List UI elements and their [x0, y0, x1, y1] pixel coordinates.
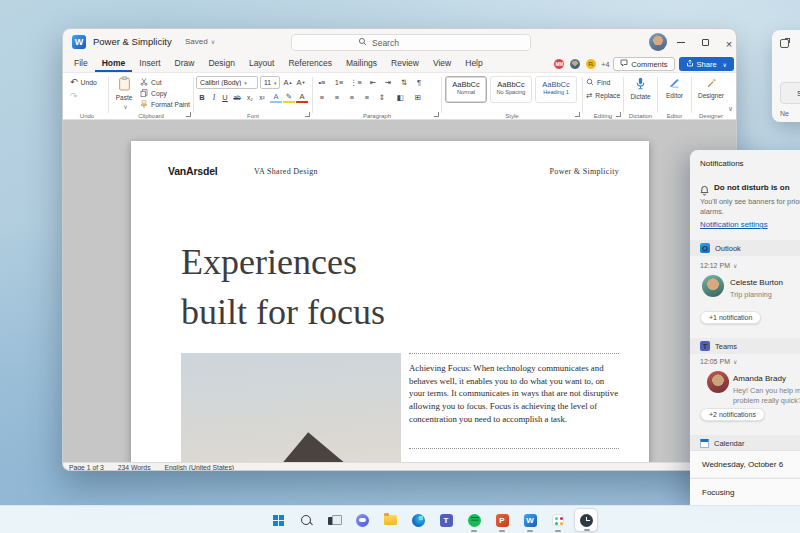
shading-icon[interactable]: ◧: [394, 91, 406, 103]
share-button[interactable]: Share: [679, 57, 734, 71]
outlook-group-header[interactable]: Outlook: [690, 240, 800, 256]
style-no-spacing[interactable]: AaBbCc No Spacing: [490, 76, 532, 103]
redo-button[interactable]: [70, 91, 78, 101]
maximize-button[interactable]: [693, 29, 717, 56]
user-avatar[interactable]: [649, 33, 667, 51]
bullet-list-icon[interactable]: •≡: [316, 76, 328, 88]
align-center-icon[interactable]: ≡: [331, 91, 343, 103]
paste-button[interactable]: Paste: [112, 76, 136, 110]
tab-file[interactable]: File: [67, 56, 95, 72]
font-size-select[interactable]: 11: [260, 76, 280, 89]
sender-name[interactable]: Celeste Burton: [730, 278, 783, 287]
widget-start-button[interactable]: S: [780, 82, 800, 104]
line-spacing-icon[interactable]: ⇕: [376, 91, 388, 103]
teams-taskbar-icon[interactable]: [434, 508, 458, 532]
message-preview[interactable]: Hey! Can you help me with a problem real…: [733, 386, 800, 406]
tab-draw[interactable]: Draw: [168, 56, 202, 72]
spotify-icon[interactable]: [462, 508, 486, 532]
presence-badge-fl[interactable]: FL: [585, 58, 597, 70]
undo-button[interactable]: Undo: [70, 77, 97, 87]
font-color-button[interactable]: A: [296, 91, 308, 103]
word-taskbar-icon[interactable]: [518, 508, 542, 532]
subscript-button[interactable]: x₂: [244, 91, 256, 103]
language-indicator[interactable]: English (United States): [165, 464, 235, 471]
tab-mailings[interactable]: Mailings: [339, 56, 384, 72]
edge-icon[interactable]: [406, 508, 430, 532]
find-button[interactable]: Find: [586, 78, 610, 87]
highlight-button[interactable]: ✎: [283, 91, 295, 103]
editor-button[interactable]: Editor: [659, 77, 690, 99]
more-notifications-pill[interactable]: +2 notifications: [700, 408, 765, 421]
underline-button[interactable]: U: [219, 91, 231, 103]
bold-button[interactable]: B: [196, 91, 208, 103]
message-preview[interactable]: Trip planning: [730, 290, 772, 300]
tab-home[interactable]: Home: [95, 56, 133, 72]
page-indicator[interactable]: Page 1 of 3: [69, 464, 104, 471]
notification-time[interactable]: 12:12 PM: [700, 262, 737, 269]
slack-icon[interactable]: [546, 508, 570, 532]
calendar-date-row[interactable]: Wednesday, October 6: [690, 450, 800, 477]
dictate-button[interactable]: Dictate: [625, 77, 656, 100]
increase-indent-icon[interactable]: ⇥: [382, 76, 394, 88]
notification-time[interactable]: 12:05 PM: [700, 358, 737, 365]
document-page[interactable]: VanArsdel VA Shared Design Power & Simpl…: [131, 141, 649, 462]
windows-start-icon[interactable]: [266, 508, 290, 532]
superscript-button[interactable]: x²: [256, 91, 268, 103]
powerpoint-icon[interactable]: [490, 508, 514, 532]
style-normal[interactable]: AaBbCc Normal: [445, 76, 487, 103]
grow-font-button[interactable]: A▲: [282, 76, 294, 88]
clock-focus-icon[interactable]: [574, 508, 598, 532]
search-box[interactable]: Search: [291, 34, 531, 51]
sort-icon[interactable]: ⇅: [398, 76, 410, 88]
presence-overflow[interactable]: +4: [601, 61, 609, 68]
saved-status[interactable]: Saved: [185, 37, 215, 46]
dialog-launcher-icon[interactable]: [575, 112, 580, 117]
dialog-launcher-icon[interactable]: [616, 112, 621, 117]
multilevel-list-icon[interactable]: ⋮≡: [350, 76, 362, 88]
sender-name[interactable]: Amanda Brady: [733, 374, 786, 383]
word-count[interactable]: 234 Words: [118, 464, 151, 471]
presence-badge-photo[interactable]: [569, 58, 581, 70]
strikethrough-button[interactable]: ab: [231, 91, 243, 103]
tab-references[interactable]: References: [281, 56, 338, 72]
tab-help[interactable]: Help: [458, 56, 489, 72]
tab-design[interactable]: Design: [201, 56, 241, 72]
numbered-list-icon[interactable]: 1≡: [333, 76, 345, 88]
notification-settings-link[interactable]: Notification settings: [700, 220, 768, 229]
taskbar-search-icon[interactable]: [294, 508, 318, 532]
decrease-indent-icon[interactable]: ⇤: [367, 76, 379, 88]
tab-review[interactable]: Review: [384, 56, 426, 72]
teams-group-header[interactable]: Teams: [690, 338, 800, 354]
more-notifications-pill[interactable]: +1 notification: [700, 311, 761, 324]
format-painter-button[interactable]: Format Paint: [140, 100, 190, 109]
text-effects-button[interactable]: A: [270, 91, 282, 103]
collapse-ribbon-icon[interactable]: ∨: [728, 105, 733, 113]
file-explorer-icon[interactable]: [378, 508, 402, 532]
tab-insert[interactable]: Insert: [132, 56, 167, 72]
dialog-launcher-icon[interactable]: [186, 112, 191, 117]
align-left-icon[interactable]: ≡: [316, 91, 328, 103]
presence-badge-mm[interactable]: MM: [553, 58, 565, 70]
calendar-group-header[interactable]: Calendar: [690, 435, 800, 451]
dialog-launcher-icon[interactable]: [434, 112, 439, 117]
pilcrow-icon[interactable]: ¶: [413, 76, 425, 88]
doc-image[interactable]: [181, 353, 401, 462]
designer-button[interactable]: Designer: [693, 77, 729, 99]
chat-icon[interactable]: [350, 508, 374, 532]
align-right-icon[interactable]: ≡: [346, 91, 358, 103]
style-heading-1[interactable]: AaBbCc Heading 1: [535, 76, 577, 103]
copy-button[interactable]: Copy: [140, 89, 167, 98]
tab-layout[interactable]: Layout: [242, 56, 282, 72]
tab-view[interactable]: View: [426, 56, 458, 72]
justify-icon[interactable]: ≡: [361, 91, 373, 103]
comments-button[interactable]: Comments: [613, 57, 674, 71]
task-view-icon[interactable]: [322, 508, 346, 532]
borders-icon[interactable]: ⊞: [412, 91, 424, 103]
dialog-launcher-icon[interactable]: [305, 112, 310, 117]
shrink-font-button[interactable]: A▼: [295, 76, 307, 88]
minimize-button[interactable]: [669, 29, 693, 56]
font-family-select[interactable]: Calibri (Body): [196, 76, 258, 89]
cut-button[interactable]: Cut: [140, 78, 162, 87]
focus-status-row[interactable]: Focusing: [690, 478, 800, 505]
close-button[interactable]: [717, 29, 737, 56]
